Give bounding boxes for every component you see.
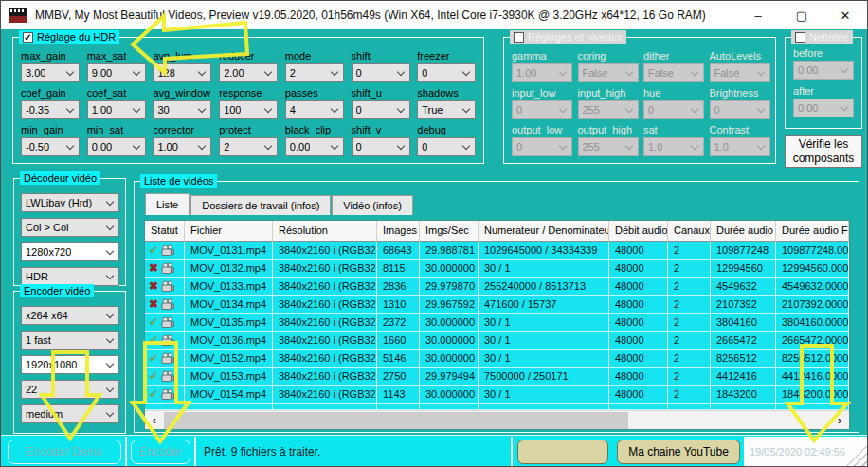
scroll-left-icon[interactable] (145, 411, 164, 430)
encoder-combo-4[interactable]: medium (21, 404, 119, 423)
column-header-5[interactable]: Numerateur / Denominateur (479, 221, 609, 242)
encoder-combo-1[interactable]: 1 fast (21, 331, 119, 350)
levels-sat-combo: 1.0 (643, 137, 704, 156)
hdr-coef_gain-combo[interactable]: -0.35 (21, 100, 80, 119)
hdr-shift_v-combo[interactable]: 0 (352, 137, 410, 156)
chevron-down-icon (624, 105, 632, 113)
cell-audio_rate: 48000 (609, 368, 668, 386)
column-header-8[interactable]: Durée audio (711, 221, 776, 242)
hdr-corrector-combo[interactable]: 1.00 (153, 137, 211, 156)
horizontal-scrollbar[interactable] (145, 410, 849, 429)
hdr-black_clip-combo[interactable]: 0.00 (285, 137, 344, 156)
hdr-mode-combo[interactable]: 2 (285, 63, 344, 82)
column-header-2[interactable]: Résolution (273, 221, 377, 242)
encoder-combo-3[interactable]: 22 (21, 380, 119, 399)
table-row[interactable]: ✔MOV_0131.mp43840x2160 i (RGB32)6864329.… (145, 242, 849, 260)
table-row[interactable]: ✔MOV_0154.mp43840x2160 i (RGB32)114330.0… (145, 386, 849, 404)
empty-cell (668, 404, 711, 410)
cell-audio_dur: 3804160 (711, 314, 776, 332)
hdr-passes-combo[interactable]: 4 (285, 100, 344, 119)
youtube-channel-button[interactable]: Ma chaine YouTube (617, 440, 740, 464)
sharpen-checkbox[interactable]: Nettetée (791, 30, 853, 44)
hdr-shift_u-combo[interactable]: 0 (352, 100, 410, 119)
hdr-avg_window-combo[interactable]: 30 (153, 100, 211, 119)
statusbar-separator (194, 437, 196, 467)
levels-param-label: gamma (512, 50, 577, 62)
maximize-button[interactable]: ▢ (780, 1, 823, 29)
levels-coring-combo: False (578, 63, 639, 82)
table-row[interactable]: ✔MOV_0153.mp43840x2160 i (RGB32)275029.9… (145, 368, 849, 386)
decoder-combo-0[interactable]: LWLibav (Hrd) (21, 193, 119, 212)
decoder-group: Décodeur vidéo LWLibav (Hrd)Col > Col128… (13, 178, 126, 286)
hdr-avg_lum-combo[interactable]: 128 (153, 63, 211, 82)
column-header-0[interactable]: Statut (145, 221, 185, 242)
cell-audio_dur: 12994560 (711, 260, 776, 278)
table-row[interactable]: ✔MOV_0135.mp43840x2160 i (RGB32)237230.0… (145, 314, 849, 332)
encoder-combo-4-value: medium (26, 408, 63, 420)
status-cell: ✖ (145, 260, 185, 278)
encode-demo-button: Encoder Demo (8, 440, 121, 464)
extra-button[interactable] (517, 440, 608, 464)
hdr-param-label: shift (352, 50, 416, 62)
hdr-min_sat-combo[interactable]: 0.00 (87, 137, 146, 156)
hdr-response-combo[interactable]: 100 (219, 100, 278, 119)
close-button[interactable]: ✕ (823, 1, 867, 29)
decoder-combo-1[interactable]: Col > Col (21, 218, 119, 237)
levels-param-coring: coringFalse (578, 50, 643, 87)
hdr-shadows-combo[interactable]: True (417, 100, 476, 119)
hdr-param-passes: passes4 (285, 87, 350, 124)
tab-0[interactable]: Liste (145, 193, 190, 215)
hdr-freezer-combo[interactable]: 0 (417, 63, 476, 82)
cell-images: 2750 (377, 368, 420, 386)
hdr-reducer-combo[interactable]: 2.00 (219, 63, 278, 82)
video-list-group-label: Liste de vidéos (140, 174, 217, 188)
hdr-coef_sat-combo[interactable]: 1.00 (87, 100, 146, 119)
resize-grip[interactable] (845, 444, 868, 467)
camera-icon (161, 262, 174, 275)
verify-components-button[interactable]: Vérifie les composants (785, 135, 862, 168)
column-header-9[interactable]: Durée audio F (776, 221, 849, 242)
table-row[interactable]: ✔MOV_0152.mp43840x2160 i (RGB32)514630.0… (145, 350, 849, 368)
hdr-max_gain-combo[interactable]: 3.00 (21, 63, 80, 82)
column-header-1[interactable]: Fichier (185, 221, 273, 242)
decoder-combo-2[interactable]: 1280x720 (21, 242, 119, 261)
levels-param-label: dither (643, 50, 709, 62)
video-table: StatutFichierRésolutionImagesImgs/SecNum… (144, 220, 850, 430)
hdr-min_gain-combo[interactable]: -0.50 (21, 137, 80, 156)
table-row[interactable]: ✔MOV_0136.mp43840x2160 i (RGB32)166030.0… (145, 332, 849, 350)
chevron-down-icon (331, 68, 338, 76)
hdr-param-label: shadows (417, 87, 481, 99)
column-header-3[interactable]: Images (377, 221, 420, 242)
hdr-max_sat-combo[interactable]: 9.00 (87, 63, 146, 82)
table-row[interactable]: ✖MOV_0134.mp43840x2160 i (RGB32)131029.9… (145, 296, 849, 314)
minimize-button[interactable]: – (736, 1, 780, 29)
cell-audio_dur: 2665472 (711, 332, 776, 350)
column-header-7[interactable]: Canaux (668, 221, 711, 242)
levels-input_high-combo-value: 255 (583, 104, 600, 116)
encoder-combo-0[interactable]: x264 x64 (21, 306, 119, 325)
table-empty-area (145, 404, 849, 410)
table-row[interactable]: ✖MOV_0132.mp43840x2160 i (RGB32)811530.0… (145, 260, 849, 278)
cell-fps: 30.000000 (420, 332, 479, 350)
hdr-shift-combo[interactable]: 0 (352, 63, 410, 82)
status-cell: ✔ (145, 350, 185, 368)
hdr-debug-combo[interactable]: 0 (417, 137, 476, 156)
scrollbar-thumb[interactable] (164, 412, 628, 429)
column-header-6[interactable]: Débit audio (609, 221, 668, 242)
cell-fps: 29.979870 (420, 278, 479, 296)
tab-2[interactable]: Vidéo (infos) (332, 195, 413, 215)
levels-param-dither: ditherFalse (643, 50, 709, 87)
decoder-combo-3[interactable]: HDR (21, 267, 119, 286)
sharpen-before-combo: 0.00 (793, 61, 854, 80)
encoder-combo-2[interactable]: 1920x1080 (21, 355, 119, 374)
hdr-protect-combo[interactable]: 2 (219, 137, 278, 156)
hdr-checkbox[interactable]: Réglage du HDR (19, 30, 119, 44)
column-header-4[interactable]: Imgs/Sec (420, 221, 479, 242)
status-message: Prêt, 9 fichiers à traiter. (204, 436, 320, 467)
scroll-right-icon[interactable] (830, 411, 849, 430)
levels-param-label: input_low (512, 87, 577, 99)
sharpen-param-after: after0.00 (793, 85, 858, 117)
table-row[interactable]: ✖MOV_0133.mp43840x2160 i (RGB32)283629.9… (145, 278, 849, 296)
levels-checkbox[interactable]: Réglages et niveaux (510, 30, 626, 44)
tab-1[interactable]: Dossiers de travail (infos) (190, 195, 331, 215)
